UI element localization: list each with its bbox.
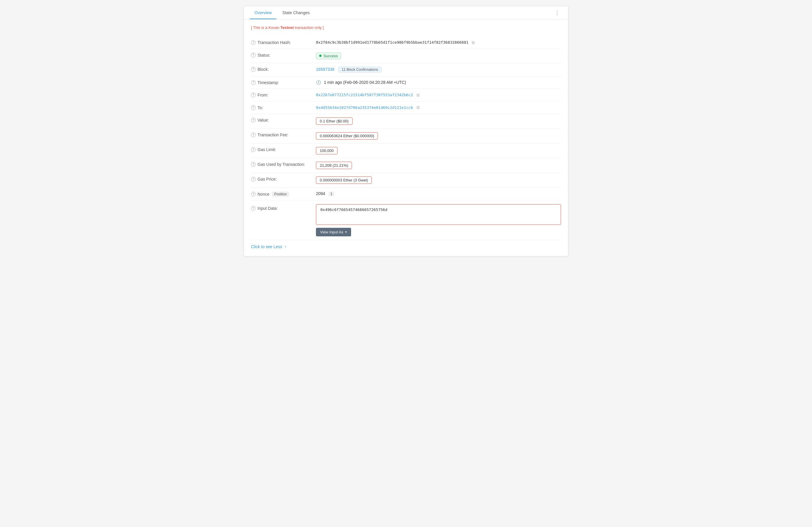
arrow-up-icon: ↑ [285, 244, 287, 249]
help-icon-to[interactable]: ? [251, 105, 256, 110]
label-block: ? Block: [251, 67, 316, 72]
row-transaction-hash: ? Transaction Hash: 0x2f84c9c3b38bf1d991… [251, 36, 561, 49]
help-icon-value[interactable]: ? [251, 118, 256, 122]
label-from: ? From: [251, 92, 316, 97]
help-icon-tx-hash[interactable]: ? [251, 40, 256, 45]
label-value: ? Value: [251, 118, 316, 122]
help-icon-from[interactable]: ? [251, 93, 256, 97]
value-to: 0xdd55634e1027d706a235374e01d69c2d121e1c… [316, 105, 561, 110]
value-gas-price-outlined: 0.000000003 Ether (3 Gwei) [316, 177, 372, 184]
row-transaction-fee: ? Transaction Fee: 0.000063624 Ether ($0… [251, 129, 561, 144]
tab-overview[interactable]: Overview [250, 6, 276, 19]
value-status: Success [316, 52, 561, 59]
value-timestamp: 🕐 1 min ago (Feb-06-2020 04:20:28 AM +UT… [316, 80, 561, 85]
help-icon-nonce[interactable]: ? [251, 192, 256, 197]
label-gas-used: ? Gas Used by Transaction: [251, 162, 316, 167]
value-input-data: 0x496c6f76654574686657265756d View Input… [316, 204, 561, 236]
label-status: ? Status: [251, 52, 316, 58]
copy-from-icon[interactable]: ⧉ [417, 93, 420, 98]
row-timestamp: ? Timestamp: 🕐 1 min ago (Feb-06-2020 04… [251, 76, 561, 89]
chevron-down-icon: ▾ [345, 230, 347, 234]
label-timestamp: ? Timestamp: [251, 80, 316, 85]
help-icon-timestamp[interactable]: ? [251, 80, 256, 85]
value-nonce: 2094 1 [316, 191, 561, 196]
value-tx-fee-outlined: 0.000063624 Ether ($0.000000) [316, 132, 378, 139]
row-to: ? To: 0xdd55634e1027d706a235374e01d69c2d… [251, 102, 561, 114]
click-to-see-less[interactable]: Click to see Less ↑ [251, 240, 561, 250]
label-transaction-hash: ? Transaction Hash: [251, 40, 316, 45]
help-icon-block[interactable]: ? [251, 67, 256, 72]
row-nonce: ? Nonce Position 2094 1 [251, 188, 561, 201]
label-input-data: ? Input Data: [251, 204, 316, 211]
row-input-data: ? Input Data: 0x496c6f766545746866572657… [251, 201, 561, 240]
row-value: ? Value: 0.1 Ether ($0.00) [251, 114, 561, 129]
row-from: ? From: 0x2267e877215fc21514bf507f30f553… [251, 89, 561, 102]
value-gas-limit-outlined: 100,000 [316, 147, 337, 154]
nonce-position-value: 1 [329, 192, 334, 196]
block-number-link[interactable]: 16587338 [316, 67, 334, 72]
row-gas-price: ? Gas Price: 0.000000003 Ether (3 Gwei) [251, 173, 561, 188]
row-status: ? Status: Success [251, 49, 561, 63]
help-icon-gas-price[interactable]: ? [251, 177, 256, 181]
to-address-link[interactable]: 0xdd55634e1027d706a235374e01d69c2d121e1c… [316, 105, 413, 110]
tab-content: [ This is a Kovan Testnet transaction on… [244, 19, 568, 256]
label-gas-price: ? Gas Price: [251, 177, 316, 181]
clock-icon: 🕐 [316, 80, 321, 85]
nonce-position-badge: Position [272, 192, 289, 197]
value-gas-used: 21,208 (21.21%) [316, 162, 561, 169]
help-icon-input-data[interactable]: ? [251, 206, 256, 211]
more-options-icon[interactable]: ⋮ [552, 6, 562, 19]
row-gas-used: ? Gas Used by Transaction: 21,208 (21.21… [251, 158, 561, 173]
status-dot [319, 55, 321, 57]
label-gas-limit: ? Gas Limit: [251, 147, 316, 152]
view-input-as-button[interactable]: View Input As ▾ [316, 228, 351, 236]
value-gas-limit: 100,000 [316, 147, 561, 154]
help-icon-status[interactable]: ? [251, 53, 256, 58]
value-gas-price: 0.000000003 Ether (3 Gwei) [316, 177, 561, 184]
tab-state-changes[interactable]: State Changes [278, 6, 315, 19]
status-badge: Success [316, 52, 341, 59]
testnet-notice: [ This is a Kovan Testnet transaction on… [251, 24, 561, 31]
copy-tx-hash-icon[interactable]: ⧉ [472, 40, 475, 45]
value-transaction-fee: 0.000063624 Ether ($0.000000) [316, 132, 561, 139]
block-confirmations-badge: 11 Block Confirmations [338, 67, 381, 73]
from-address-link[interactable]: 0x2267e877215fc21514bf507f30f553af2342b6… [316, 93, 413, 97]
tab-bar: Overview State Changes ⋮ [244, 6, 568, 19]
value-ether: 0.1 Ether ($0.00) [316, 118, 561, 125]
label-nonce: ? Nonce Position [251, 191, 316, 197]
value-from: 0x2267e877215fc21514bf507f30f553af2342b6… [316, 92, 561, 98]
help-icon-gas-limit[interactable]: ? [251, 147, 256, 152]
value-ether-outlined: 0.1 Ether ($0.00) [316, 118, 352, 125]
value-block: 16587338 11 Block Confirmations [316, 67, 561, 73]
label-to: ? To: [251, 105, 316, 110]
row-gas-limit: ? Gas Limit: 100,000 [251, 144, 561, 158]
help-icon-tx-fee[interactable]: ? [251, 133, 256, 137]
value-transaction-hash: 0x2f84c9c3b38bf1d991ed1778b65d1f1ce986f9… [316, 40, 561, 45]
row-block: ? Block: 16587338 11 Block Confirmations [251, 63, 561, 76]
transaction-card: Overview State Changes ⋮ [ This is a Kov… [244, 6, 568, 256]
help-icon-gas-used[interactable]: ? [251, 162, 256, 167]
value-gas-used-outlined: 21,208 (21.21%) [316, 162, 352, 169]
copy-to-icon[interactable]: ⧉ [417, 105, 420, 110]
label-transaction-fee: ? Transaction Fee: [251, 132, 316, 137]
input-data-textarea: 0x496c6f76654574686657265756d [316, 204, 561, 225]
